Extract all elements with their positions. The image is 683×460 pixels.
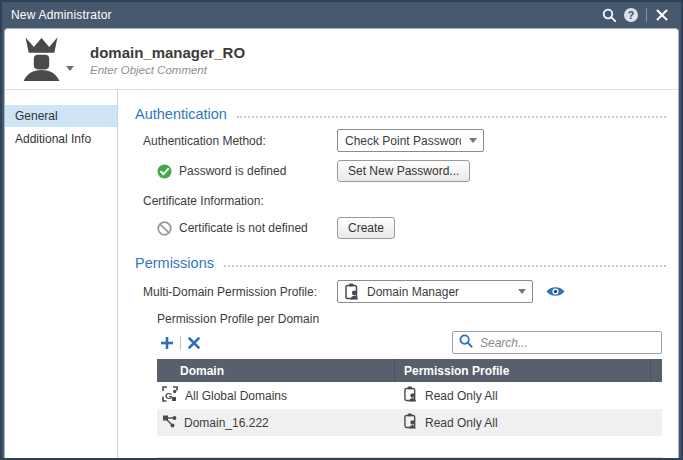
permission-domain-table: Domain Permission Profile G All Global D… [157, 359, 662, 458]
mdpp-label: Multi-Domain Permission Profile: [143, 285, 317, 299]
close-icon[interactable] [651, 5, 673, 25]
profile-cell: Read Only All [425, 389, 498, 403]
chevron-down-icon [469, 138, 477, 143]
set-new-password-button[interactable]: Set New Password... [337, 160, 470, 182]
table-header: Domain Permission Profile [157, 359, 662, 382]
auth-method-value: Check Point Password [345, 134, 461, 148]
certificate-info-label: Certificate Information: [143, 194, 264, 208]
svg-text:?: ? [628, 9, 634, 21]
help-icon[interactable]: ? [620, 5, 642, 25]
search-input[interactable] [480, 336, 655, 350]
password-status-row: Password is defined Set New Password... [135, 160, 668, 182]
window-title: New Administrator [11, 8, 598, 22]
table-row[interactable]: Domain_16.222 Read Only All [157, 409, 662, 436]
object-comment-input[interactable] [90, 64, 350, 76]
permission-profile-icon [404, 413, 417, 432]
svg-text:G: G [165, 390, 172, 401]
domain-icon [162, 414, 177, 432]
titlebar-separator [646, 8, 647, 22]
domain-cell: Domain_16.222 [184, 416, 269, 430]
authentication-section-title: Authentication [135, 106, 227, 122]
sidebar: General Additional Info [5, 90, 117, 458]
certificate-status-text: Certificate is not defined [179, 221, 308, 235]
auth-method-row: Authentication Method: Check Point Passw… [135, 129, 668, 152]
section-dotted-rule [237, 116, 666, 118]
column-header-spacer [651, 359, 662, 382]
table-row[interactable]: G All Global Domains Read Only All [157, 382, 662, 409]
mdpp-value: Domain Manager [367, 285, 510, 299]
column-header-permission-profile[interactable]: Permission Profile [395, 359, 651, 382]
sidebar-item-additional-info[interactable]: Additional Info [5, 128, 117, 150]
permission-profile-icon [345, 283, 359, 300]
main-panel: Authentication Authentication Method: Ch… [117, 90, 678, 458]
section-dotted-rule [224, 265, 666, 267]
password-status-text: Password is defined [179, 164, 286, 178]
object-name[interactable]: domain_manager_RO [90, 44, 350, 61]
certificate-info-row: Certificate Information: [135, 194, 668, 208]
table-empty-area [157, 436, 662, 458]
toolbar-separator [180, 336, 181, 350]
certificate-status-row: Certificate is not defined Create [135, 217, 668, 239]
auth-method-label: Authentication Method: [143, 134, 266, 148]
auth-method-select[interactable]: Check Point Password [337, 129, 484, 152]
new-administrator-dialog: New Administrator ? domain_manager_RO [0, 0, 683, 460]
mdpp-row: Multi-Domain Permission Profile: Domain … [135, 280, 668, 303]
green-check-icon [157, 164, 172, 179]
titlebar: New Administrator ? [2, 2, 681, 28]
search-box [452, 331, 662, 354]
mdpp-select[interactable]: Domain Manager [337, 280, 533, 303]
permissions-section-header: Permissions [135, 255, 668, 271]
create-certificate-button[interactable]: Create [337, 217, 395, 239]
delete-icon[interactable] [184, 333, 204, 353]
search-icon [459, 334, 473, 351]
administrator-crown-icon [21, 36, 62, 84]
search-icon[interactable] [598, 5, 620, 25]
eye-icon[interactable] [546, 285, 565, 298]
per-domain-label: Permission Profile per Domain [157, 312, 668, 326]
domain-table-toolbar [157, 331, 662, 354]
object-header: domain_manager_RO [5, 29, 678, 90]
authentication-section-header: Authentication [135, 106, 668, 122]
column-header-domain[interactable]: Domain [157, 359, 395, 382]
add-icon[interactable] [157, 333, 177, 353]
dialog-body: General Additional Info Authentication A… [5, 90, 678, 458]
dialog-content: domain_manager_RO General Additional Inf… [4, 28, 679, 458]
sidebar-item-general[interactable]: General [5, 105, 117, 127]
profile-cell: Read Only All [425, 416, 498, 430]
icon-picker-chevron-down-icon[interactable] [66, 60, 74, 74]
permissions-section-title: Permissions [135, 255, 214, 271]
chevron-down-icon [518, 289, 526, 294]
permission-profile-icon [404, 386, 417, 405]
domain-cell: All Global Domains [185, 389, 287, 403]
not-defined-icon [157, 221, 172, 236]
global-domains-icon: G [162, 386, 178, 405]
